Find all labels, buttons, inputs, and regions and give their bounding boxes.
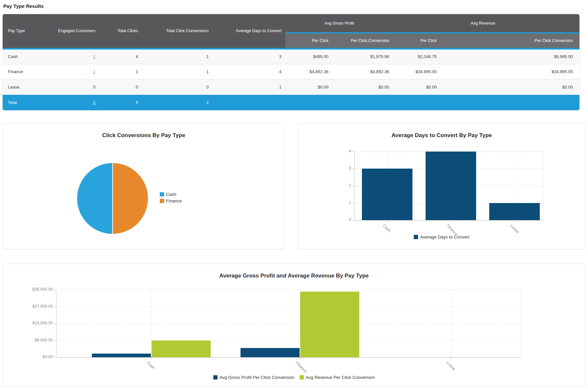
- pie-slice-separator: [112, 163, 113, 234]
- cell-engaged: 0: [55, 79, 99, 95]
- y-axis-label: $27,000.00: [3, 304, 53, 309]
- x-axis-label: Lease: [446, 360, 456, 371]
- total-cell-days: [213, 95, 285, 110]
- x-axis-label: Finance: [295, 360, 308, 374]
- y-axis-label: $36,000.00: [3, 287, 53, 292]
- table-total-row: Total252: [3, 95, 579, 110]
- x-axis-tick: [514, 220, 515, 222]
- legend-swatch: [213, 375, 218, 380]
- y-axis-label: 0: [298, 217, 351, 222]
- y-axis-label: $0.00: [3, 355, 53, 359]
- legend-label: Average Days to Convert: [420, 235, 470, 239]
- cell-conversions: 0: [142, 79, 213, 95]
- total-cell-pay_type: Total: [3, 95, 55, 110]
- legend-item[interactable]: Avg Revenue Per Click Conversion: [300, 375, 375, 380]
- col-header-average-days-to-convert: Average Days to Convert: [213, 14, 285, 49]
- y-axis-tick: [352, 186, 354, 186]
- legend-swatch: [160, 192, 164, 196]
- y-axis: [354, 152, 355, 220]
- bar-lease: [489, 203, 540, 220]
- y-axis-label: $18,000.00: [3, 321, 53, 325]
- pay-type-results-table-card: Pay Type Engaged Customers Total Clicks …: [3, 14, 579, 110]
- cell-gp_per_conv: $0.00: [332, 79, 393, 95]
- y-axis-tick: [352, 169, 354, 169]
- total-cell-gp_per_click: [285, 95, 332, 110]
- cell-pay_type: Cash: [3, 49, 55, 64]
- bar-finance: [426, 152, 476, 220]
- legend-swatch: [414, 235, 418, 239]
- days-chart-title: Average Days to Convert By Pay Type: [298, 132, 585, 139]
- cell-gp_per_click: $495.00: [285, 49, 332, 64]
- plot-right-border: [543, 152, 544, 220]
- group-header-avg-gross-profit: Avg Gross Profit: [285, 14, 393, 33]
- y-axis-tick: [352, 203, 354, 203]
- x-axis-tick: [451, 220, 451, 222]
- legend-label: Finance: [166, 198, 182, 203]
- cell-gp_per_conv: $4,892.36: [332, 64, 393, 79]
- pie-legend: CashFinance: [160, 192, 182, 203]
- x-axis-tick: [451, 357, 451, 359]
- subheader-rev-per-click: Per Click: [393, 33, 441, 49]
- total-cell-engaged: 2: [55, 95, 99, 110]
- y-axis: [56, 290, 56, 357]
- y-axis-tick: [54, 290, 56, 290]
- cell-rev_per_conv: $8,995.00: [441, 49, 579, 64]
- cell-rev_per_click: $34,995.00: [393, 64, 441, 79]
- report-page: Pay Type Results Pay Type Engaged Custom…: [0, 0, 588, 389]
- col-header-total-clicks: Total Clicks: [99, 14, 142, 49]
- table-row: Lease0001$0.00$0.00$0.00$0.00: [3, 79, 579, 95]
- x-axis-label: Lease: [509, 223, 520, 234]
- pie-chart-card: Click Conversions By Pay Type CashFinanc…: [3, 123, 285, 249]
- legend-swatch: [300, 375, 304, 380]
- col-header-engaged-customers: Engaged Customers: [55, 14, 99, 49]
- y-axis-label: 3: [298, 166, 351, 171]
- legend-item[interactable]: Average Days to Convert: [414, 235, 470, 239]
- legend-label: Avg Gross Profit Per Click Conversion: [220, 375, 294, 380]
- days-to-convert-chart-card: Average Days to Convert By Pay Type 0123…: [298, 123, 585, 249]
- total-cell-rev_per_click: [393, 95, 441, 110]
- cell-rev_per_conv: $0.00: [441, 79, 579, 95]
- cell-clicks: 1: [99, 64, 142, 79]
- cell-days: 4: [213, 64, 285, 79]
- col-header-total-click-conversions: Total Click Conversions: [142, 14, 213, 49]
- bar-finance-1: [300, 292, 359, 357]
- table-body: Cash1413$495.00$1,979.98$2,248.75$8,995.…: [3, 49, 579, 110]
- x-axis-tick: [387, 220, 388, 222]
- total-cell-gp_per_conv: [332, 95, 393, 110]
- subheader-gp-per-click-conv: Per Click Conversion: [332, 33, 393, 49]
- x-axis-tick: [300, 357, 300, 359]
- category-gridline: [451, 290, 451, 357]
- y-axis-tick: [352, 152, 354, 152]
- cell-gp_per_conv: $1,979.98: [332, 49, 393, 64]
- subheader-rev-per-click-conv: Per Click Conversion: [441, 33, 579, 49]
- cell-engaged: 1: [55, 64, 99, 79]
- y-axis-tick: [54, 307, 56, 307]
- bar-cash-0: [92, 354, 151, 357]
- engaged-customers-link[interactable]: 1: [93, 69, 95, 74]
- cell-engaged: 1: [55, 49, 99, 64]
- col-header-pay-type: Pay Type: [3, 14, 55, 49]
- cell-clicks: 0: [99, 79, 142, 95]
- legend-item[interactable]: Avg Gross Profit Per Click Conversion: [213, 375, 294, 380]
- charts-row: Click Conversions By Pay Type CashFinanc…: [3, 123, 585, 249]
- y-axis-label: 4: [298, 149, 351, 154]
- engaged-customers-link[interactable]: 2: [93, 100, 95, 105]
- y-axis-tick: [54, 357, 56, 358]
- plot-area: [56, 290, 520, 357]
- x-axis-label: Cash: [382, 223, 392, 233]
- engaged-customers-link[interactable]: 1: [93, 54, 95, 59]
- table-row: Cash1413$495.00$1,979.98$2,248.75$8,995.…: [3, 49, 579, 64]
- money-chart-title: Average Gross Profit and Average Revenue…: [3, 273, 585, 279]
- legend-item-finance[interactable]: Finance: [160, 198, 182, 203]
- total-cell-conversions: 2: [142, 95, 213, 110]
- cell-rev_per_click: $2,248.75: [393, 49, 441, 64]
- group-header-avg-revenue: Avg Revenue: [393, 14, 579, 33]
- y-axis-tick: [352, 220, 354, 220]
- pie-chart-title: Click Conversions By Pay Type: [3, 132, 284, 139]
- cell-pay_type: Lease: [3, 79, 55, 95]
- cell-gp_per_click: $0.00: [285, 79, 332, 95]
- legend-item-cash[interactable]: Cash: [160, 192, 182, 197]
- y-axis-label: $9,000.00: [3, 338, 53, 342]
- cell-conversions: 1: [142, 49, 213, 64]
- cell-gp_per_click: $4,892.36: [285, 64, 332, 79]
